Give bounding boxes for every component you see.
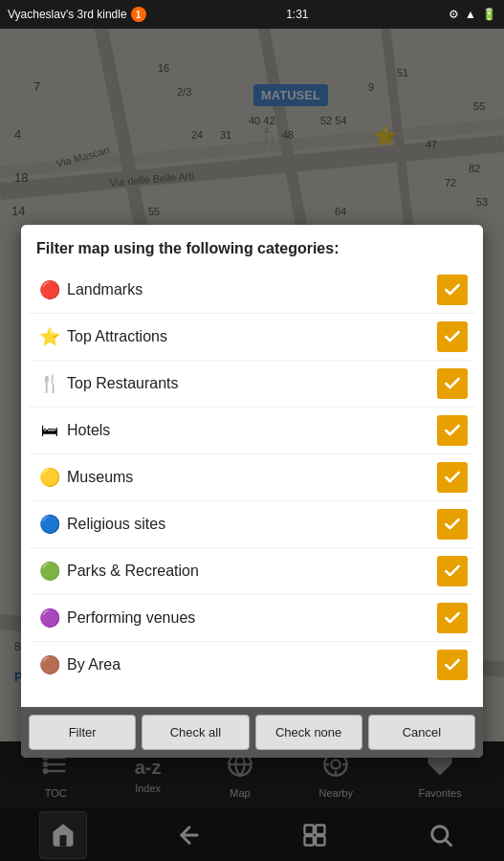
top-attractions-icon: ⭐ bbox=[36, 323, 63, 350]
top-attractions-checkbox[interactable] bbox=[437, 321, 468, 352]
landmarks-label: Landmarks bbox=[67, 281, 437, 298]
museums-icon: 🟡 bbox=[36, 464, 63, 491]
status-left: Vyacheslav's 3rd kindle 1 bbox=[8, 7, 146, 22]
top-restaurants-checkbox[interactable] bbox=[437, 368, 468, 399]
list-item[interactable]: 🔵 Religious sites bbox=[29, 501, 475, 548]
parks-icon: 🟢 bbox=[36, 558, 63, 585]
performing-venues-icon: 🟣 bbox=[36, 605, 63, 631]
list-item[interactable]: 🍴 Top Restaurants bbox=[29, 361, 475, 408]
status-icons: ⚙ ▲ 🔋 bbox=[449, 8, 496, 21]
list-item[interactable]: 🔴 Landmarks bbox=[29, 267, 475, 314]
hotels-icon: 🛏 bbox=[36, 417, 63, 444]
top-restaurants-icon: 🍴 bbox=[36, 370, 63, 397]
top-attractions-label: Top Attractions bbox=[67, 328, 437, 345]
by-area-label: By Area bbox=[67, 656, 437, 673]
status-time: 1:31 bbox=[286, 8, 308, 21]
hotels-label: Hotels bbox=[67, 422, 437, 439]
status-bar: Vyacheslav's 3rd kindle 1 1:31 ⚙ ▲ 🔋 bbox=[0, 0, 504, 29]
performing-venues-checkbox[interactable] bbox=[437, 603, 468, 633]
settings-icon: ⚙ bbox=[449, 8, 459, 21]
parks-checkbox[interactable] bbox=[437, 556, 468, 586]
dialog-title: Filter map using the following categorie… bbox=[21, 225, 483, 267]
religious-sites-label: Religious sites bbox=[67, 516, 437, 533]
dialog-buttons: Filter Check all Check none Cancel bbox=[21, 707, 483, 758]
check-none-button[interactable]: Check none bbox=[255, 715, 362, 750]
hotels-checkbox[interactable] bbox=[437, 415, 468, 446]
museums-checkbox[interactable] bbox=[437, 462, 468, 493]
religious-sites-checkbox[interactable] bbox=[437, 509, 468, 540]
museums-label: Museums bbox=[67, 469, 437, 486]
by-area-checkbox[interactable] bbox=[437, 650, 468, 680]
by-area-icon: 🟤 bbox=[36, 651, 63, 678]
kindle-badge: 1 bbox=[131, 7, 146, 22]
landmarks-checkbox[interactable] bbox=[437, 275, 468, 305]
battery-icon: 🔋 bbox=[482, 8, 496, 21]
landmarks-icon: 🔴 bbox=[36, 276, 63, 303]
dialog-spacer bbox=[21, 688, 483, 707]
parks-label: Parks & Recreation bbox=[67, 563, 437, 580]
list-item[interactable]: ⭐ Top Attractions bbox=[29, 314, 475, 361]
check-all-button[interactable]: Check all bbox=[142, 715, 249, 750]
list-item[interactable]: 🟤 By Area bbox=[29, 642, 475, 688]
app-title: Vyacheslav's 3rd kindle bbox=[8, 8, 127, 21]
list-item[interactable]: 🟣 Performing venues bbox=[29, 595, 475, 642]
top-restaurants-label: Top Restaurants bbox=[67, 375, 437, 392]
list-item[interactable]: 🟢 Parks & Recreation bbox=[29, 548, 475, 595]
cancel-button[interactable]: Cancel bbox=[368, 715, 475, 750]
performing-venues-label: Performing venues bbox=[67, 609, 437, 627]
list-item[interactable]: 🟡 Museums bbox=[29, 454, 475, 501]
filter-dialog: Filter map using the following categorie… bbox=[21, 225, 483, 758]
list-item[interactable]: 🛏 Hotels bbox=[29, 408, 475, 454]
filter-button[interactable]: Filter bbox=[29, 715, 136, 750]
religious-sites-icon: 🔵 bbox=[36, 511, 63, 538]
wifi-icon: ▲ bbox=[465, 8, 476, 21]
category-list: 🔴 Landmarks ⭐ Top Attractions 🍴 Top Rest… bbox=[21, 267, 483, 688]
